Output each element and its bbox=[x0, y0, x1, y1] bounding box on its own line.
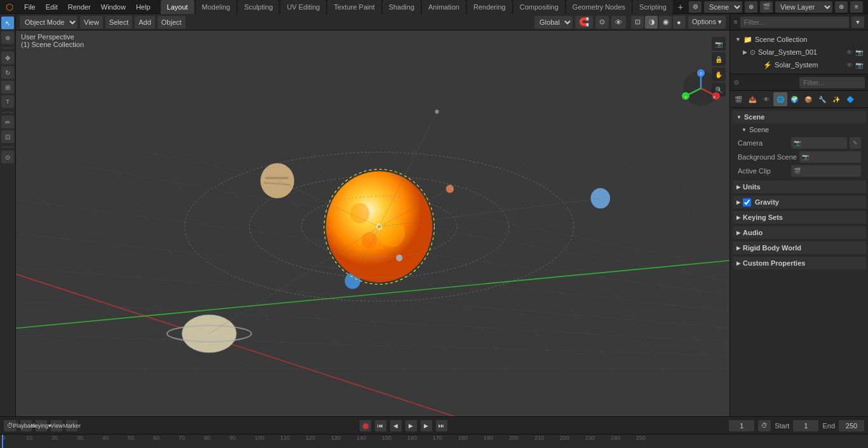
props-search[interactable] bbox=[799, 77, 865, 88]
play-button[interactable]: ▶ bbox=[405, 420, 417, 431]
menu-render[interactable]: Render bbox=[63, 2, 96, 12]
menu-window[interactable]: Window bbox=[96, 2, 131, 12]
props-filter-button[interactable] bbox=[740, 77, 798, 88]
shading-material[interactable]: ◉ bbox=[659, 16, 672, 29]
shading-solid[interactable]: ◑ bbox=[645, 16, 658, 29]
view-layer-selector[interactable]: View Layer bbox=[775, 1, 832, 13]
transform-orientation-selector[interactable]: Global bbox=[534, 16, 573, 29]
section-scene-header[interactable]: ▼ Scene bbox=[733, 111, 866, 123]
outliner-item-solar-system-001[interactable]: ▶ ⊙ Solar_System_001 👁 📷 bbox=[730, 46, 868, 58]
gravity-checkbox[interactable] bbox=[743, 198, 751, 207]
filter-icon[interactable]: ≡ bbox=[850, 1, 863, 13]
render-icon-2[interactable]: 📷 bbox=[855, 62, 863, 69]
frame-start-field[interactable]: 1 bbox=[793, 420, 818, 431]
tab-rendering[interactable]: Rendering bbox=[467, 0, 512, 14]
proportional-editing[interactable]: ⊙ bbox=[595, 16, 609, 29]
tab-view-layer[interactable]: 👁 bbox=[759, 92, 773, 106]
shading-rendered[interactable]: ● bbox=[673, 16, 686, 29]
menu-edit[interactable]: Edit bbox=[41, 2, 63, 12]
record-button[interactable]: ⏺ bbox=[360, 420, 371, 431]
section-rigid-body-header[interactable]: ▶ Rigid Body World bbox=[733, 241, 866, 254]
lock-to-camera-button[interactable]: 🔒 bbox=[712, 52, 726, 66]
marker-dropdown[interactable]: Marker bbox=[66, 420, 78, 431]
section-keying-sets-header[interactable]: ▶ Keying Sets bbox=[733, 211, 866, 224]
tab-physics[interactable]: 🔷 bbox=[843, 92, 857, 106]
playback-dropdown[interactable]: Playback ▾ bbox=[20, 420, 32, 431]
tab-shading[interactable]: Shading bbox=[383, 0, 421, 14]
outliner-search[interactable] bbox=[740, 17, 849, 28]
snap-toggle[interactable]: 🧲 bbox=[575, 16, 593, 29]
current-frame-field[interactable]: 1 bbox=[729, 420, 754, 431]
next-frame-button[interactable]: ▶ bbox=[421, 420, 432, 431]
transform-tool-button[interactable]: T bbox=[1, 95, 14, 108]
next-keyframe-button[interactable]: ⏭ bbox=[436, 420, 447, 431]
select-tool-button[interactable]: ↖ bbox=[1, 17, 14, 29]
add-workspace-button[interactable]: + bbox=[674, 1, 687, 13]
camera-field[interactable]: 📷 bbox=[791, 137, 847, 149]
tab-scripting[interactable]: Scripting bbox=[633, 0, 673, 14]
overlay-options[interactable]: 👁 bbox=[611, 16, 626, 29]
tab-object[interactable]: 📦 bbox=[801, 92, 815, 106]
cursor-tool-button[interactable]: ⊕ bbox=[1, 31, 14, 44]
object-mode-selector[interactable]: Object Mode bbox=[20, 16, 78, 29]
view-layer-add-icon[interactable]: ⊕ bbox=[835, 1, 848, 13]
tab-layout[interactable]: Layout bbox=[161, 0, 194, 14]
viewport-add-menu[interactable]: Add bbox=[135, 16, 155, 29]
tab-particles[interactable]: ✨ bbox=[829, 92, 843, 106]
view-dropdown[interactable]: View bbox=[51, 420, 62, 431]
scene-selector[interactable]: Scene bbox=[704, 1, 742, 13]
outliner-filter-button[interactable]: ▼ bbox=[851, 17, 864, 28]
view-layer-icon[interactable]: 🎬 bbox=[760, 1, 773, 13]
rotate-tool-button[interactable]: ↻ bbox=[1, 66, 14, 79]
scale-tool-button[interactable]: ⊞ bbox=[1, 81, 14, 93]
scene-subsection-header[interactable]: ▼ Scene bbox=[733, 123, 866, 136]
move-tool-button[interactable]: ✥ bbox=[1, 51, 14, 64]
render-icon[interactable]: 📷 bbox=[855, 49, 863, 56]
frame-end-field[interactable]: 250 bbox=[839, 420, 864, 431]
tab-modeling[interactable]: Modeling bbox=[196, 0, 237, 14]
tab-sculpting[interactable]: Sculpting bbox=[238, 0, 279, 14]
section-gravity-header[interactable]: ▶ Gravity bbox=[733, 196, 866, 208]
viewport-select-menu[interactable]: Select bbox=[105, 16, 133, 29]
prev-frame-button[interactable]: ◀ bbox=[390, 420, 402, 431]
tab-geometry-nodes[interactable]: Geometry Nodes bbox=[566, 0, 632, 14]
section-custom-props-header[interactable]: ▶ Custom Properties bbox=[733, 257, 866, 269]
active-clip-field[interactable]: 🎬 bbox=[791, 165, 861, 177]
add-primitive-button[interactable]: ⊙ bbox=[1, 151, 14, 163]
tab-output[interactable]: 📤 bbox=[745, 92, 759, 106]
engine-icon[interactable]: ⚙ bbox=[689, 1, 702, 13]
tab-world[interactable]: 🌍 bbox=[787, 92, 801, 106]
section-units-header[interactable]: ▶ Units bbox=[733, 180, 866, 193]
scrubber-track[interactable]: 0 10 20 30 40 50 60 70 80 90 100 110 120… bbox=[1, 435, 868, 448]
tab-modifier[interactable]: 🔧 bbox=[815, 92, 829, 106]
viewport-gizmo[interactable]: X Y Z bbox=[681, 68, 722, 109]
section-audio-header[interactable]: ▶ Audio bbox=[733, 226, 866, 239]
camera-view-button[interactable]: 📷 bbox=[712, 37, 726, 51]
camera-picker-btn[interactable]: ✎ bbox=[850, 137, 861, 149]
frame-clock-icon[interactable]: ⏱ bbox=[758, 420, 771, 431]
viewport-view-menu[interactable]: View bbox=[80, 16, 103, 29]
annotate-tool-button[interactable]: ✏ bbox=[1, 116, 14, 128]
tab-uv-editing[interactable]: UV Editing bbox=[280, 0, 326, 14]
viewport[interactable]: Object Mode View Select Add Object Globa… bbox=[16, 14, 729, 416]
outliner-item-scene-collection[interactable]: ▼ 📁 Scene Collection bbox=[730, 33, 868, 46]
viewport-object-menu[interactable]: Object bbox=[158, 16, 186, 29]
tab-render[interactable]: 🎬 bbox=[731, 92, 745, 106]
options-button[interactable]: Options ▾ bbox=[688, 16, 726, 29]
tab-animation[interactable]: Animation bbox=[422, 0, 466, 14]
background-scene-field[interactable]: 📷 bbox=[799, 151, 861, 163]
menu-help[interactable]: Help bbox=[131, 2, 156, 12]
tab-texture-paint[interactable]: Texture Paint bbox=[327, 0, 381, 14]
view-icon[interactable]: 👁 bbox=[846, 49, 853, 56]
menu-file[interactable]: File bbox=[19, 2, 41, 12]
prev-keyframe-button[interactable]: ⏮ bbox=[375, 420, 386, 431]
measure-tool-button[interactable]: ⊡ bbox=[1, 130, 14, 143]
keying-dropdown[interactable]: Keying ▾ bbox=[36, 420, 47, 431]
outliner-item-solar-system[interactable]: ⚡ Solar_System 👁 📷 bbox=[730, 58, 868, 71]
scrubber-area[interactable]: 0 10 20 30 40 50 60 70 80 90 100 110 120… bbox=[0, 434, 868, 448]
tab-compositing[interactable]: Compositing bbox=[513, 0, 565, 14]
shading-wire[interactable]: ⊡ bbox=[631, 16, 644, 29]
view-icon-2[interactable]: 👁 bbox=[846, 62, 853, 69]
tab-scene[interactable]: 🌐 bbox=[773, 92, 787, 106]
scene-controls-icon[interactable]: ⊕ bbox=[745, 1, 757, 13]
